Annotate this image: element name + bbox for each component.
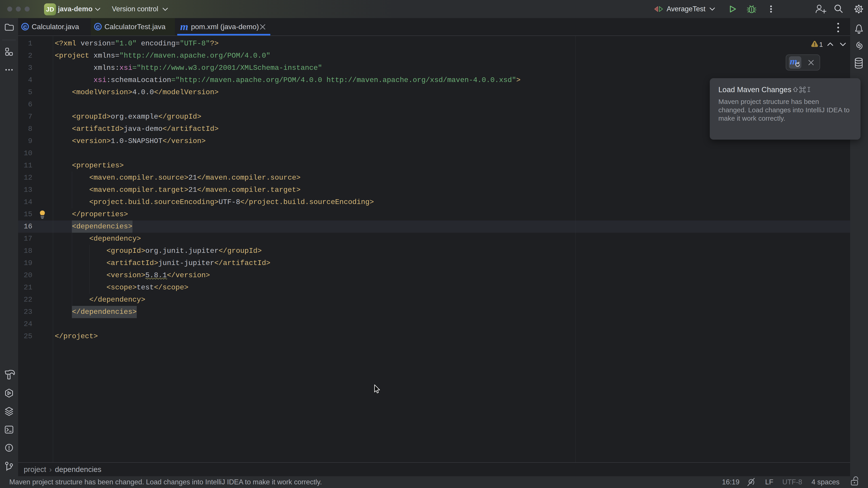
svg-text:C: C xyxy=(23,24,27,30)
svg-text:m: m xyxy=(180,21,188,32)
svg-text:1: 1 xyxy=(819,41,823,48)
svg-text:C: C xyxy=(96,24,100,30)
